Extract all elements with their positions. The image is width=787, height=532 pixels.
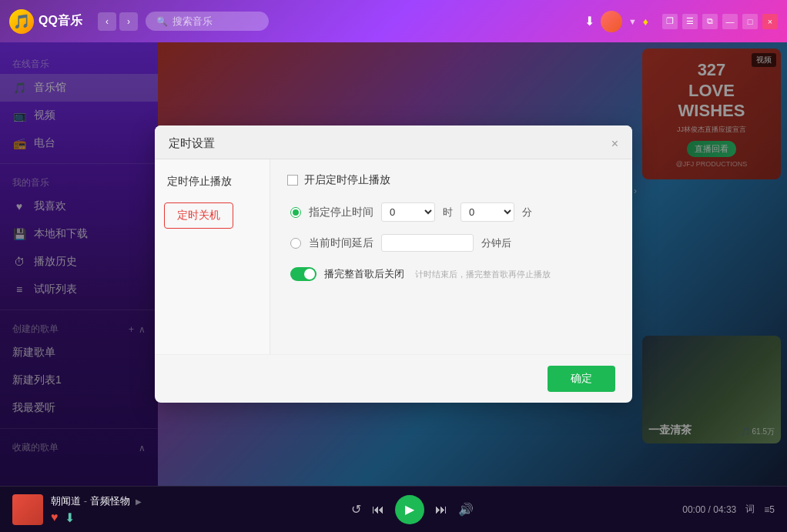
- detach-button[interactable]: ⧉: [702, 14, 718, 29]
- main-content: 在线音乐 🎵 音乐馆 📺 视频 📻 电台 我的音乐 ♥ 我喜欢 💾 本地和下载: [0, 42, 787, 486]
- toggle-label: 播完整首歌后关闭: [324, 267, 404, 281]
- diamond-icon: ♦: [643, 15, 648, 28]
- player-right: 00:00 / 04:33 词 ≡5: [682, 503, 775, 516]
- option1-row: 指定停止时间 0123 时 0153045 分: [290, 202, 615, 222]
- player-controls: ↺ ⏮ ▶ ⏭ 🔊: [351, 495, 474, 524]
- option1-label: 指定停止时间: [309, 206, 373, 219]
- player-bar: 朝闻道 - 音频怪物 ▶ ♥ ⬇ ↺ ⏮ ▶ ⏭ 🔊 00:00 / 04:33: [0, 486, 787, 532]
- hour-select[interactable]: 0123: [381, 202, 435, 222]
- player-title: 朝闻道 - 音频怪物 ▶: [51, 494, 142, 508]
- toggle-knob: [304, 269, 315, 279]
- modal-close-button[interactable]: ×: [611, 138, 618, 150]
- title-bar: 🎵 QQ音乐 ‹ › 🔍 ⬇ ▼ ♦ ❐ ☰ ⧉ — □ ×: [0, 0, 787, 42]
- volume-button[interactable]: 🔊: [458, 502, 474, 517]
- option2-row: 当前时间延后 分钟后: [290, 234, 615, 252]
- hour-unit: 时: [443, 206, 453, 219]
- delay-unit: 分钟后: [481, 236, 511, 250]
- user-menu-icon[interactable]: ▼: [628, 17, 637, 26]
- modal-footer: 确定: [155, 354, 632, 403]
- maximize-button[interactable]: □: [742, 14, 758, 29]
- lyrics-label[interactable]: 词: [745, 503, 755, 516]
- option2-label: 当前时间延后: [309, 236, 373, 250]
- download-icon[interactable]: ⬇: [65, 510, 75, 525]
- toggle-hint: 计时结束后，播完整首歌再停止播放: [415, 269, 551, 280]
- option2-radio[interactable]: [290, 238, 301, 249]
- enable-label: 开启定时停止播放: [304, 173, 390, 187]
- option1-radio[interactable]: [290, 207, 301, 218]
- modal-title-bar: 定时设置 ×: [155, 125, 632, 159]
- song-artist: 音频怪物: [90, 495, 130, 507]
- modal-body: 定时停止播放 定时关机 开启定时停止播放: [155, 159, 632, 354]
- song-title: 朝闻道: [51, 495, 81, 507]
- heart-icon[interactable]: ♥: [51, 510, 59, 525]
- shutdown-button[interactable]: 定时关机: [164, 202, 233, 229]
- search-icon: 🔍: [156, 16, 168, 27]
- nav-forward-button[interactable]: ›: [119, 12, 138, 31]
- nav-arrows: ‹ ›: [98, 12, 138, 31]
- playlist-count: ≡5: [764, 504, 775, 515]
- minimize-button[interactable]: —: [722, 14, 738, 29]
- modal-overlay: 定时设置 × 定时停止播放 定时关机 开启定时停止播放: [0, 42, 787, 486]
- download-icon[interactable]: ⬇: [584, 14, 594, 28]
- options-group: 指定停止时间 0123 时 0153045 分: [290, 202, 615, 281]
- toggle-row: 播完整首歌后关闭 计时结束后，播完整首歌再停止播放: [290, 267, 615, 281]
- settings-modal: 定时设置 × 定时停止播放 定时关机 开启定时停止播放: [155, 125, 632, 403]
- title-bar-right: ⬇ ▼ ♦ ❐ ☰ ⧉ — □ ×: [584, 11, 778, 32]
- avatar[interactable]: [601, 11, 622, 32]
- nav-back-button[interactable]: ‹: [98, 12, 116, 31]
- minimode-button[interactable]: ❐: [662, 14, 678, 29]
- modal-left-panel: 定时停止播放 定时关机: [155, 159, 270, 354]
- app-logo: 🎵 QQ音乐: [9, 9, 82, 34]
- time-total: 04:33: [713, 504, 736, 515]
- confirm-button[interactable]: 确定: [548, 366, 615, 392]
- play-button[interactable]: ▶: [395, 495, 424, 524]
- enable-checkbox-row: 开启定时停止播放: [287, 173, 615, 187]
- close-button[interactable]: ×: [762, 14, 778, 29]
- stop-play-option[interactable]: 定时停止播放: [155, 167, 270, 196]
- loop-button[interactable]: ↺: [351, 502, 361, 517]
- next-button[interactable]: ⏭: [435, 503, 447, 517]
- app-name: QQ音乐: [39, 13, 82, 29]
- player-info: 朝闻道 - 音频怪物 ▶ ♥ ⬇: [51, 494, 142, 525]
- window-controls: ❐ ☰ ⧉ — □ ×: [662, 14, 778, 29]
- logo-icon: 🎵: [9, 9, 34, 34]
- minute-unit: 分: [522, 206, 532, 219]
- delay-input[interactable]: [381, 234, 474, 252]
- player-thumbnail: [12, 494, 43, 525]
- app-window: 🎵 QQ音乐 ‹ › 🔍 ⬇ ▼ ♦ ❐ ☰ ⧉ — □ ×: [0, 0, 787, 532]
- modal-right-panel: 开启定时停止播放 指定停止时间 0123 时: [270, 159, 632, 354]
- minute-select[interactable]: 0153045: [460, 202, 514, 222]
- search-input[interactable]: [172, 15, 257, 27]
- time-current: 00:00: [682, 504, 705, 515]
- menu-button[interactable]: ☰: [682, 14, 698, 29]
- search-bar: 🔍: [146, 12, 269, 31]
- enable-checkbox[interactable]: [287, 175, 298, 186]
- playback-time: 00:00 / 04:33: [682, 504, 736, 515]
- modal-title: 定时设置: [169, 136, 215, 151]
- full-song-toggle[interactable]: [290, 267, 316, 281]
- prev-button[interactable]: ⏮: [372, 503, 384, 517]
